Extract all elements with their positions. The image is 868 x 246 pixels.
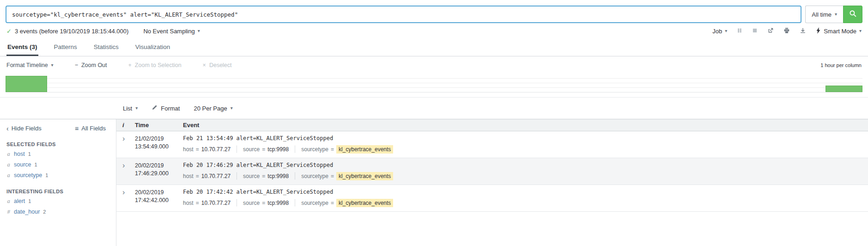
source-field-value[interactable]: tcp:9998 [267,146,289,153]
chevron-left-icon: ‹ [6,125,9,132]
timeline-bar[interactable] [6,76,47,92]
field-item-date-mday: # date_mday 2 [6,219,116,220]
splunk-search-page: All time ▾ ✓ 3 events (before 19/10/2019… [0,0,868,246]
field-count: 1 [35,161,37,168]
list-view-label: List [123,105,132,112]
list-view-selector[interactable]: List ▾ [123,105,138,112]
equals-sign: = [196,173,199,179]
all-fields-button[interactable]: ≡ All Fields [75,125,106,132]
host-field-value[interactable]: 10.70.77.27 [201,146,231,153]
sourcetype-field-label: sourcetype [301,173,328,179]
job-label: Job [712,28,722,35]
zoom-out-button[interactable]: − Zoom Out [75,62,107,68]
event-timestamp: 17:42:42.000 [135,197,181,204]
sourcetype-field: sourcetype = kl_cybertrace_events [301,145,393,154]
event-sampling-label: No Event Sampling [143,28,194,35]
results-tabs: Events (3) Patterns Statistics Visualiza… [0,39,868,56]
host-field: host = 10.70.77.27 [183,173,231,179]
timeline-bar[interactable] [826,86,862,92]
field-count: 1 [45,172,48,179]
event-raw-text: Feb 21 13:54:49 alert=KL_ALERT_ServiceSt… [183,135,868,142]
pause-button[interactable] [737,28,742,35]
sourcetype-field-value[interactable]: kl_cybertrace_events [336,172,393,180]
tab-visualization[interactable]: Visualization [134,39,171,56]
deselect-button[interactable]: × Deselect [203,62,232,68]
event-sampling-selector[interactable]: No Event Sampling ▾ [143,28,200,35]
stop-button[interactable] [752,28,758,35]
field-count: 1 [28,151,31,158]
field-link[interactable]: date_mday [14,219,42,220]
time-range-group: All time ▾ [805,6,862,23]
event-raw-text: Feb 20 17:46:29 alert=KL_ALERT_ServiceSt… [183,162,868,169]
tab-patterns[interactable]: Patterns [53,39,78,56]
lightning-icon [816,27,821,35]
event-row: › 20/02/2019 17:46:29.000 Feb 20 17:46:2… [116,158,868,185]
search-mode-label: Smart Mode [824,28,856,35]
host-field-label: host [183,146,194,153]
search-input[interactable] [6,6,801,23]
source-field-label: source [243,200,260,206]
event-row: › 20/02/2019 17:42:42.000 Feb 20 17:42:4… [116,185,868,212]
deselect-label: Deselect [209,62,232,68]
field-separator [237,172,237,179]
list-menu-icon: ≡ [75,125,79,132]
field-count: 1 [28,198,31,205]
time-range-picker[interactable]: All time ▾ [805,6,843,23]
field-link[interactable]: source [14,161,31,168]
print-button[interactable] [783,27,790,35]
expand-event-icon[interactable]: › [122,135,125,142]
source-field-value[interactable]: tcp:9998 [267,200,289,206]
host-field-value[interactable]: 10.70.77.27 [201,173,231,179]
format-button[interactable]: Format [152,105,180,112]
results-toolbar: List ▾ Format 20 Per Page ▾ [116,98,868,119]
caret-down-icon: ▾ [859,29,862,33]
field-link[interactable]: alert [14,198,25,205]
search-button[interactable] [843,6,862,23]
event-timeline-chart[interactable] [6,74,862,92]
export-button[interactable] [800,27,806,35]
events-table: i Time Event › 21/02/2019 13:54:49.000 F… [116,119,868,246]
equals-sign: = [331,146,334,153]
expand-event-icon[interactable]: › [122,188,125,196]
share-button[interactable] [767,27,774,35]
event-time-cell: 20/02/2019 17:46:29.000 [135,162,181,180]
pause-icon [737,28,742,35]
source-field-value[interactable]: tcp:9998 [267,173,289,179]
job-menu[interactable]: Job ▾ [712,28,727,35]
minus-icon: − [75,62,78,68]
expand-event-icon[interactable]: › [122,161,125,169]
event-time-cell: 20/02/2019 17:42:42.000 [135,189,181,207]
zoom-to-selection-button[interactable]: + Zoom to Selection [128,62,182,68]
equals-sign: = [196,146,199,153]
search-mode-selector[interactable]: Smart Mode ▾ [816,27,862,35]
check-icon: ✓ [6,28,12,34]
time-column-header: Time [135,122,181,129]
tab-events[interactable]: Events (3) [6,39,38,56]
results-toolbar-wrap: List ▾ Format 20 Per Page ▾ [0,97,868,119]
field-separator [295,172,295,179]
field-separator [295,199,295,206]
field-link[interactable]: date_hour [14,209,40,215]
sourcetype-field-value[interactable]: kl_cybertrace_events [336,145,393,154]
per-page-selector[interactable]: 20 Per Page ▾ [194,105,232,112]
interesting-fields-list: a alert 1 # date_hour 2 # date_mday 2 [6,194,116,220]
sourcetype-field: sourcetype = kl_cybertrace_events [301,172,393,180]
format-timeline-label: Format Timeline [6,62,48,68]
caret-down-icon: ▾ [725,29,727,33]
time-range-label: All time [812,11,832,18]
field-link[interactable]: sourcetype [14,172,42,179]
sourcetype-field-value[interactable]: kl_cybertrace_events [336,199,393,207]
field-separator [237,146,237,153]
info-column-header: i [116,122,135,129]
event-time-cell: 21/02/2019 13:54:49.000 [135,135,181,154]
results-area: ‹ Hide Fields ≡ All Fields SELECTED FIEL… [0,119,868,246]
equals-sign: = [262,173,265,179]
source-field: source = tcp:9998 [243,173,289,179]
host-field-value[interactable]: 10.70.77.27 [201,200,231,206]
host-field-label: host [183,200,194,206]
field-link[interactable]: host [14,151,25,158]
tab-statistics[interactable]: Statistics [93,39,120,56]
hide-fields-button[interactable]: ‹ Hide Fields [6,125,42,132]
equals-sign: = [331,200,334,206]
format-timeline-button[interactable]: Format Timeline ▾ [6,62,54,68]
